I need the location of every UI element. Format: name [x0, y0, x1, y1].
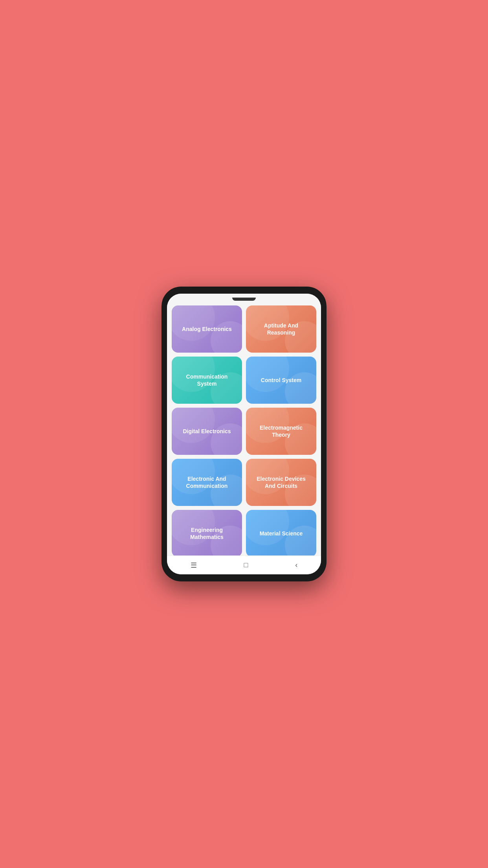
card-aptitude-and-reasoning[interactable]: Aptitude And Reasoning — [246, 305, 316, 353]
home-icon[interactable]: □ — [244, 561, 248, 569]
card-label-electromagnetic-theory: Electromagnetic Theory — [251, 424, 312, 438]
card-engineering-mathematics[interactable]: Engineering Mathematics — [172, 510, 242, 555]
phone-screen: Analog ElectronicsAptitude And Reasoning… — [167, 294, 321, 574]
card-label-aptitude-and-reasoning: Aptitude And Reasoning — [251, 322, 312, 336]
card-material-science[interactable]: Material Science — [246, 510, 316, 555]
phone-device: Analog ElectronicsAptitude And Reasoning… — [161, 287, 327, 581]
card-digital-electronics[interactable]: Digital Electronics — [172, 408, 242, 455]
card-label-communication-system: Communication System — [176, 373, 237, 387]
card-electronic-devices[interactable]: Electronic Devices And Circuits — [246, 459, 316, 506]
card-label-engineering-mathematics: Engineering Mathematics — [176, 526, 237, 541]
card-communication-system[interactable]: Communication System — [172, 357, 242, 404]
scroll-area[interactable]: Analog ElectronicsAptitude And Reasoning… — [167, 302, 321, 555]
nav-bar: ☰ □ ‹ — [167, 555, 321, 574]
notch — [232, 298, 256, 301]
card-control-system[interactable]: Control System — [246, 357, 316, 404]
card-electronic-and-comm[interactable]: Electronic And Communication — [172, 459, 242, 506]
card-analog-electronics[interactable]: Analog Electronics — [172, 305, 242, 353]
card-label-analog-electronics: Analog Electronics — [182, 326, 232, 333]
subject-grid: Analog ElectronicsAptitude And Reasoning… — [172, 305, 316, 555]
card-label-electronic-and-comm: Electronic And Communication — [176, 475, 237, 489]
card-label-electronic-devices: Electronic Devices And Circuits — [251, 475, 312, 489]
card-label-material-science: Material Science — [260, 530, 303, 537]
status-bar — [167, 294, 321, 302]
menu-icon[interactable]: ☰ — [191, 561, 197, 570]
card-electromagnetic-theory[interactable]: Electromagnetic Theory — [246, 408, 316, 455]
card-label-control-system: Control System — [261, 377, 301, 384]
card-label-digital-electronics: Digital Electronics — [183, 428, 231, 435]
back-icon[interactable]: ‹ — [295, 561, 297, 569]
